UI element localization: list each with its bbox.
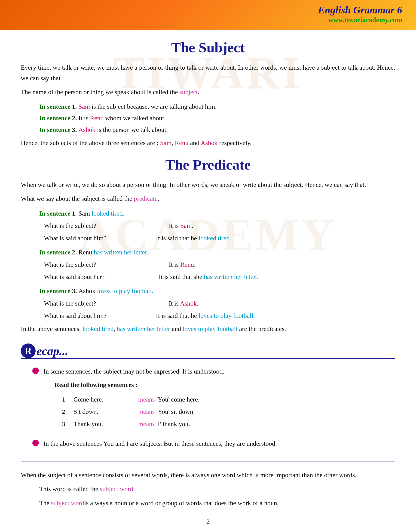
pred-qa1-1: What is the subject? It is Sam. [39,220,395,232]
pred-qa3-1: What is the subject? It is Ashok. [39,297,395,310]
recap-section: R ecap... In some sentences, the subject… [21,343,395,462]
pred-sam: Sam [79,210,92,217]
predicate-block-3: In sentence 3. Ashok loves to play footb… [39,285,395,322]
predicate-sent2-header: In sentence 2. Renu has written her lett… [39,246,395,258]
subject-keyword: subject [180,88,198,96]
pred-sum-3: loves to play football [183,325,237,332]
pred-sum-1: looked tired [83,325,114,332]
a1-2-end: . [194,261,196,268]
predicate-summary: In the above sentences, looked tired, ha… [21,324,395,334]
recap-bullet-1: In some sentences, the subject may not b… [32,366,384,434]
following-rest-1: 'You' come here. [157,393,199,406]
following-phrase-3: Thank you. [74,418,138,430]
a1-1-pre: It is [169,222,180,229]
footer-subject-word-1: subject word [100,485,133,493]
pred-qa3-2: What is said about him? It is said that … [39,310,395,322]
footer-para2: This word is called the subject word. [39,484,395,494]
page-wrapper: English Grammar 6 www.tiwariacademy.com … [0,0,416,532]
pred-qa1-2: What is said about him? It is said that … [39,232,395,244]
pred-phrase-3: loves to play football. [97,287,153,294]
footer-para1: When the subject of a sentence consists … [21,470,395,480]
predicate-intro2-end: . [158,195,159,202]
subject-sentences: In sentence 1. Sam is the subject becaus… [39,101,395,136]
following-phrase-1: Come here. [74,393,138,406]
page-footer: 2 [21,518,395,530]
following-means-2: means [138,406,155,418]
subject-intro2-end: . [198,88,199,96]
pred-num-2: 2. [72,249,79,256]
q2-3: What is said about him? [44,312,106,319]
following-item-1: 1. Come here. means 'You' come here. [62,393,224,406]
subject-intro2: The name of the person or thing we speak… [21,87,395,97]
in-sentence-label-1: In sentence [39,103,70,110]
in-sentence-num-1: 1. [72,103,79,110]
subject-sentence-3: In sentence 3. Ashok is the person we ta… [39,124,395,135]
recap-b1-main: In some sentences, the subject may not b… [43,368,224,375]
in-sentence-num-2: 2. [72,115,79,122]
a2-1-pre: It is said that he [156,234,199,242]
subject-name-sam: Sam [79,103,90,110]
a2-2-pre: It is said that she [159,273,204,280]
predicate-sent1-header: In sentence 1. Sam looked tired. [39,207,395,220]
predicate-keyword: predicate [134,195,158,202]
recap-header: R ecap... [21,343,395,358]
header-url: www.tiwariacademy.com [318,16,402,24]
in-sentence-label-2: In sentence [39,115,70,122]
subject-sent1-rest: is the subject because, we are talking a… [92,103,217,110]
recap-box: In some sentences, the subject may not b… [21,358,395,462]
pred-sum-2: has written her letter [117,325,170,332]
top-stripe: English Grammar 6 www.tiwariacademy.com [0,0,416,30]
bullet-icon-2 [32,440,39,446]
subject-title: The Subject [21,39,395,56]
following-num-3: 3. [62,418,74,430]
predicate-intro2-text: What we say about the subject is called … [21,195,134,202]
pred-num-1: 1. [72,210,79,217]
bullet-icon-1 [32,368,39,374]
pred-qa2-2: What is said about her? It is said that … [39,271,395,283]
pred-label-1: In sentence [39,210,70,217]
a2-3-colored: loves to play football. [199,312,255,319]
q2-2: What is said about her? [44,273,105,280]
pred-label-3: In sentence [39,287,70,294]
subject-sentence-1: In sentence 1. Sam is the subject becaus… [39,101,395,112]
pred-label-2: In sentence [39,249,70,256]
predicate-sent3-header: In sentence 3. Ashok loves to play footb… [39,285,395,297]
a2-3-pre: It is said that he [156,312,199,319]
summary-sam: Sam [160,139,172,146]
subject-intro2-text: The name of the person or thing we speak… [21,88,180,96]
footer-p3-end: is always a noun or a word or group of w… [84,499,278,507]
subject-name-ashok: Ashok [79,126,95,133]
following-list: 1. Come here. means 'You' come here. 2. … [62,393,224,430]
a1-1-end: . [192,222,193,229]
following-means-1: means [138,393,155,406]
a1-3-pre: It is [169,300,180,307]
footer-p2-end: . [133,485,135,493]
subject-sent3-rest: is the person we talk about. [97,126,168,133]
predicate-block-1: In sentence 1. Sam looked tired. What is… [39,207,395,244]
pred-phrase-2: has written her letter. [94,249,148,256]
header-title: English Grammar 6 [318,4,402,16]
following-phrase-2: Sit down. [74,406,138,418]
a1-2-colored: Renu [180,261,194,268]
in-sentence-label-3: In sentence [39,126,70,133]
following-num-1: 1. [62,393,74,406]
footer-p2-pre: This word is called the [39,485,100,493]
following-rest-3: 'I' thank you. [157,418,190,430]
subject-intro1: Every time, we talk or write, we must ha… [21,62,395,84]
footer-subject-word-2: subject word [51,499,84,507]
footer-content: When the subject of a sentence consists … [21,470,395,508]
predicate-section: The Predicate When we talk or write, we … [21,157,395,334]
pred-qa2-1: What is the subject? It is Renu. [39,258,395,271]
a1-3-colored: Ashok [180,300,197,307]
pred-ashok: Ashok [79,287,97,294]
subject-sent2-rest: whom we talked about. [105,115,165,122]
recap-bullet-2: In the above sentences You and I are sub… [32,438,384,449]
page-number: 2 [206,518,210,525]
a1-1-colored: Sam [180,222,192,229]
q1-2: What is the subject? [44,261,96,268]
predicate-title: The Predicate [21,157,395,173]
footer-para3: The subject wordis always a noun or a wo… [39,498,395,508]
summary-ashok: Ashok [201,139,217,146]
in-sentence-num-3: 3. [72,126,79,133]
a2-2-colored: has written her letter. [204,273,258,280]
